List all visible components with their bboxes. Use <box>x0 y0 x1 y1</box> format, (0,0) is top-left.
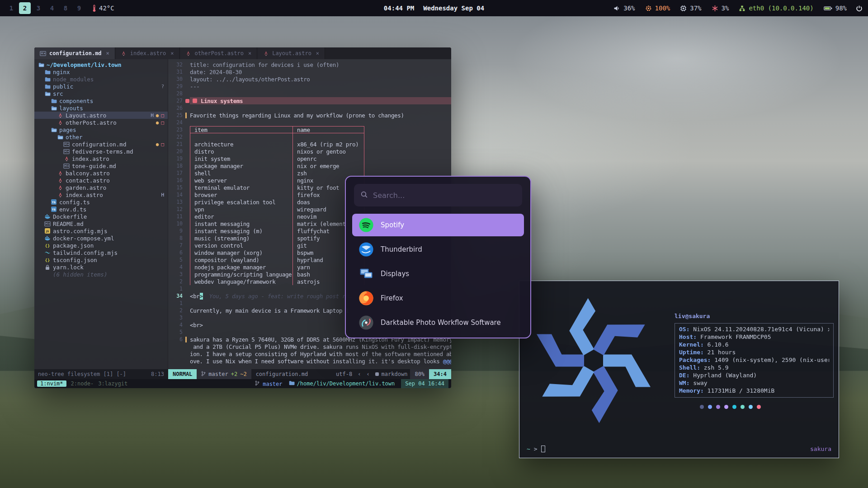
tmux-window-3:lazygit[interactable]: 3:lazygit <box>98 380 127 387</box>
displays-icon <box>359 266 374 282</box>
launcher-item-darktable[interactable]: Darktable Photo Workflow Software <box>352 311 524 334</box>
tree-item[interactable]: TSenv.d.ts <box>34 206 168 213</box>
tree-item[interactable]: components <box>34 97 168 104</box>
tab-label: Layout.astro <box>272 50 311 56</box>
tab-Layout.astro[interactable]: Layout.astro× <box>257 47 325 59</box>
tree-item[interactable]: {}package.json <box>34 242 168 249</box>
git-status-badges: ●□ <box>156 120 164 126</box>
tree-item[interactable]: tone-guide.md <box>34 162 168 169</box>
line-number: 5 <box>168 257 185 263</box>
folder-icon <box>289 380 295 387</box>
buffer-line: ove. I use Nix when I need software with… <box>168 357 451 365</box>
encoding-indicator: utf-8 <box>333 369 355 379</box>
launcher-item-spotify[interactable]: Spotify <box>352 214 524 236</box>
tree-item-label: tone-guide.md <box>72 163 116 169</box>
brightness-module[interactable]: 100% <box>645 5 670 12</box>
tree-item[interactable]: index.astro <box>34 155 168 162</box>
lock-icon <box>44 264 51 270</box>
launcher-search[interactable] <box>354 184 522 206</box>
buffer-text: Favorite things regarding Linux and my w… <box>190 112 451 119</box>
table-header-item: item <box>190 126 293 133</box>
table-gap <box>293 133 364 141</box>
tree-item[interactable]: pages <box>34 126 168 133</box>
tree-item[interactable]: docker-compose.yml <box>34 235 168 242</box>
tree-item[interactable]: fediverse-terms.md <box>34 148 168 155</box>
workspace-8[interactable]: 8 <box>60 2 71 14</box>
buffer-text: init systemopenrc <box>190 155 451 162</box>
line-number: 20 <box>168 148 185 155</box>
tree-item[interactable]: TSconfig.ts <box>34 198 168 206</box>
topbar-modules: 36%100%37%3%eth0 (10.0.0.140)98% <box>613 5 847 12</box>
launcher-item-displays[interactable]: Displays <box>352 263 524 285</box>
sign-column <box>185 99 190 103</box>
volume-module[interactable]: 36% <box>613 5 635 12</box>
line-number: 15 <box>168 184 185 191</box>
close-tab-icon[interactable]: × <box>170 50 174 56</box>
workspace-1[interactable]: 1 <box>5 2 17 14</box>
line-number: 4 <box>168 264 185 270</box>
ts-icon: TS <box>51 206 57 212</box>
scroll-percent: 80% <box>410 369 429 379</box>
gear-icon <box>645 5 652 12</box>
brightness-value: 100% <box>655 5 670 12</box>
cpu-module[interactable]: 3% <box>712 5 729 12</box>
fetch-info-label: OS: <box>679 326 689 333</box>
tree-item[interactable]: README.md <box>34 220 168 227</box>
tab-configuration.md[interactable]: configuration.md× <box>34 47 115 59</box>
tree-item[interactable]: Dockerfile <box>34 213 168 220</box>
tree-item[interactable]: index.astroH <box>34 191 168 198</box>
tree-item[interactable]: Layout.astroH●□ <box>34 112 168 119</box>
search-input[interactable] <box>373 191 516 200</box>
tree-item[interactable]: tailwind.config.mjs <box>34 249 168 256</box>
tab-index.astro[interactable]: index.astro× <box>115 47 180 59</box>
tree-item[interactable]: yarn.lock <box>34 263 168 271</box>
tab-label: index.astro <box>130 50 166 56</box>
memory-module[interactable]: 37% <box>680 5 701 12</box>
tree-item[interactable]: other <box>34 133 168 141</box>
network-module[interactable]: eth0 (10.0.0.140) <box>739 5 813 12</box>
line-number: 16 <box>168 177 185 183</box>
tree-item[interactable]: otherPost.astro●□ <box>34 119 168 126</box>
folder-open-icon <box>44 91 51 97</box>
tree-item[interactable]: nginx <box>34 68 168 75</box>
workspace-4[interactable]: 4 <box>46 2 58 14</box>
tree-item[interactable]: ~/Development/liv.town <box>34 61 168 68</box>
tree-item[interactable]: public? <box>34 83 168 90</box>
workspace-9[interactable]: 9 <box>73 2 85 14</box>
hostname-label: sakura <box>810 446 831 452</box>
tree-item[interactable]: layouts <box>34 104 168 112</box>
tmux-window-1:nvim*[interactable]: 1:nvim* <box>37 380 66 387</box>
fetch-info-row: Uptime: 21 hours <box>679 349 829 357</box>
tree-item-label: nginx <box>53 69 70 75</box>
tree-item[interactable]: src <box>34 90 168 97</box>
tree-item[interactable]: garden.astro <box>34 184 168 191</box>
tree-item[interactable]: node_modules <box>34 75 168 83</box>
line-number: 27 <box>168 98 185 104</box>
tree-item[interactable]: configuration.md●□ <box>34 141 168 148</box>
fetch-info-row: DE: Hyprland (Wayland) <box>679 372 829 380</box>
launcher-item-firefox[interactable]: Firefox <box>352 287 524 310</box>
workspace-2[interactable]: 2 <box>19 2 31 14</box>
tab-otherPost.astro[interactable]: otherPost.astro× <box>180 47 258 59</box>
tree-item[interactable]: {}tsconfig.json <box>34 256 168 263</box>
fetch-info-value: sway <box>689 380 707 387</box>
tree-item[interactable]: balcony.astro <box>34 169 168 177</box>
palette-dot <box>700 405 704 409</box>
git-segment: master+2~2 <box>197 369 251 379</box>
close-tab-icon[interactable]: × <box>316 50 319 56</box>
fetch-info-row: Packages: 1409 (nix-system), 2590 (nix-u… <box>679 357 829 364</box>
nixos-logo <box>526 293 661 430</box>
tree-item-label: pages <box>59 127 76 133</box>
close-tab-icon[interactable]: × <box>248 50 251 56</box>
tree-item[interactable]: JSastro.config.mjs <box>34 227 168 235</box>
shell-prompt[interactable]: ~ > <box>527 446 545 452</box>
close-tab-icon[interactable]: × <box>106 50 109 56</box>
battery-module[interactable]: 98% <box>824 5 847 12</box>
workspace-3[interactable]: 3 <box>33 2 44 14</box>
power-button[interactable] <box>856 5 863 12</box>
tmux-window-2:node-[interactable]: 2:node- <box>71 380 94 387</box>
launcher-item-thunderbird[interactable]: Thunderbird <box>352 238 524 261</box>
tree-item[interactable]: contact.astro <box>34 177 168 184</box>
table-cell-item: package manager <box>190 162 293 169</box>
tree-item[interactable]: (6 hidden items) <box>34 271 168 278</box>
